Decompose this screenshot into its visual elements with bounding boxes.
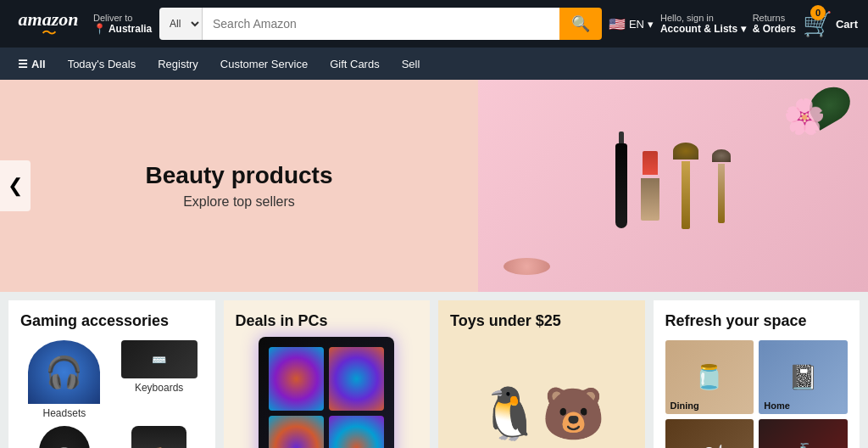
headset-label: Headsets [43, 407, 86, 419]
amazon-logo[interactable]: amazon 〜 [10, 10, 86, 38]
mouse-item[interactable]: 🖱️ [20, 426, 108, 448]
refresh-space-card: Refresh your space 🫙 Dining 📓 Home 🍽️ 🧴 [654, 300, 860, 448]
refresh-home-item[interactable]: 📓 Home [759, 340, 848, 414]
hero-image-area: 🌸 [478, 80, 868, 292]
chair-item[interactable]: 🪑 [115, 426, 203, 448]
nav-all-label: All [31, 58, 46, 70]
keyboard-image: ⌨️ [121, 340, 198, 378]
account-chevron-icon: ▾ [741, 23, 746, 35]
gaming-accessories-card: Gaming accessories 🎧 Headsets ⌨️ Keyboar… [8, 300, 215, 448]
navbar: ☰ All Today's Deals Registry Customer Se… [0, 48, 868, 80]
toys-card-title: Toys under $25 [450, 312, 645, 330]
search-button[interactable]: 🔍 [559, 8, 602, 40]
pcs-card-title: Deals in PCs [236, 312, 431, 330]
deliver-country: 📍 Australia [93, 23, 153, 35]
cart-count: 0 [810, 5, 826, 20]
search-input[interactable] [203, 8, 559, 40]
mouse-image: 🖱️ [39, 426, 90, 448]
cart[interactable]: 0 🛒 Cart [803, 10, 858, 38]
location-icon: 📍 [93, 23, 106, 35]
keyboard-label: Keyboards [135, 382, 183, 394]
refresh-card-title: Refresh your space [665, 312, 849, 330]
cart-label: Cart [836, 18, 858, 31]
hero-title: Beauty products [146, 162, 333, 189]
hamburger-icon: ☰ [18, 58, 28, 70]
nav-item-sell[interactable]: Sell [392, 53, 430, 75]
nav-item-customer-service[interactable]: Customer Service [211, 53, 317, 75]
deliver-label: Deliver to [93, 13, 153, 23]
header: amazon 〜 Deliver to 📍 Australia All 🔍 🇺🇸… [0, 0, 868, 48]
refresh-bottle-item[interactable]: 🧴 [759, 419, 848, 448]
pc-tower-image [259, 337, 394, 448]
deals-in-pcs-card: Deals in PCs [224, 300, 431, 448]
toy-bears-image: 🐧🐻 [478, 384, 605, 444]
hero-content: Beauty products Explore top sellers [0, 80, 478, 292]
account-greeting: Hello, sign in [660, 13, 746, 23]
nav-all-button[interactable]: ☰ All [8, 53, 55, 75]
fan-4 [329, 416, 384, 448]
nav-item-today-deals[interactable]: Today's Deals [58, 53, 146, 75]
fan-1 [269, 347, 324, 411]
home-label: Home [764, 400, 790, 411]
fan-3 [269, 416, 324, 448]
pc-fans [259, 337, 394, 448]
search-bar: All 🔍 [159, 8, 602, 40]
lang-label: EN [629, 18, 644, 31]
headset-item[interactable]: 🎧 Headsets [20, 340, 108, 419]
hero-banner: ❮ Beauty products Explore top sellers [0, 80, 868, 292]
search-category-select[interactable]: All [159, 8, 203, 40]
orders-label: & Orders [753, 23, 796, 35]
nav-item-registry[interactable]: Registry [148, 53, 208, 75]
refresh-grid: 🫙 Dining 📓 Home 🍽️ 🧴 [665, 340, 849, 448]
gaming-card-items: 🎧 Headsets ⌨️ Keyboards 🖱️ 🪑 [20, 340, 203, 448]
hero-subtitle: Explore top sellers [183, 194, 295, 210]
returns-menu[interactable]: Returns & Orders [753, 13, 796, 35]
gaming-card-title: Gaming accessories [20, 312, 203, 330]
keyboard-item[interactable]: ⌨️ Keyboards [115, 340, 203, 419]
refresh-dining-item[interactable]: 🫙 Dining [665, 340, 754, 414]
dining-label: Dining [670, 400, 699, 411]
flag-icon: 🇺🇸 [609, 16, 626, 32]
product-cards-area: Gaming accessories 🎧 Headsets ⌨️ Keyboar… [0, 292, 868, 448]
language-selector[interactable]: 🇺🇸 EN ▾ [609, 16, 654, 32]
nav-item-gift-cards[interactable]: Gift Cards [320, 53, 389, 75]
account-lists: Account & Lists ▾ [660, 23, 746, 35]
toys-card: Toys under $25 🐧🐻 [438, 300, 645, 448]
returns-label: Returns [753, 13, 796, 23]
account-menu[interactable]: Hello, sign in Account & Lists ▾ [660, 13, 746, 35]
hero-prev-button[interactable]: ❮ [0, 160, 31, 211]
fan-2 [329, 347, 384, 411]
cart-icon-wrap: 0 🛒 [803, 10, 832, 38]
deliver-to[interactable]: Deliver to 📍 Australia [93, 13, 153, 35]
headset-image: 🎧 [28, 340, 100, 404]
lang-chevron-icon: ▾ [648, 18, 654, 31]
chair-image: 🪑 [131, 426, 186, 448]
refresh-food-item[interactable]: 🍽️ [665, 419, 754, 448]
logo-arrow: 〜 [42, 29, 55, 38]
